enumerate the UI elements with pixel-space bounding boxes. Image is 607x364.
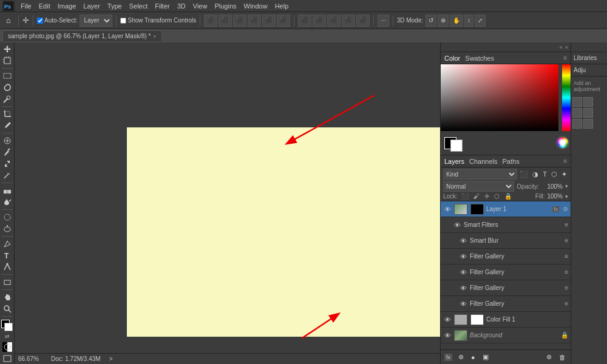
layer-item-filter-gallery-4[interactable]: 👁 Filter Gallery ≡ bbox=[441, 296, 571, 312]
dist2-btn[interactable]: ⬛ bbox=[313, 15, 326, 27]
artboard-tool-btn[interactable] bbox=[1, 55, 13, 66]
home-btn[interactable]: ⌂ bbox=[2, 15, 15, 27]
filter-adjustment-btn[interactable]: ◑ bbox=[531, 170, 540, 178]
filter-gallery4-settings-btn[interactable]: ≡ bbox=[565, 300, 568, 307]
paint-bucket-btn[interactable] bbox=[1, 197, 13, 207]
menu-type[interactable]: Type bbox=[104, 2, 126, 10]
shape-tool-btn[interactable] bbox=[1, 277, 13, 288]
adj-levels-btn[interactable] bbox=[572, 119, 582, 129]
layer1-visibility-btn[interactable]: 👁 bbox=[443, 205, 452, 214]
opacity-arrow[interactable]: ▾ bbox=[565, 183, 568, 189]
show-transform-input[interactable] bbox=[120, 18, 126, 24]
kind-dropdown[interactable]: Kind bbox=[443, 169, 517, 180]
crop-tool-btn[interactable] bbox=[1, 109, 13, 120]
3d-scale-btn[interactable]: ⤢ bbox=[475, 15, 486, 27]
dist3-btn[interactable]: ⬛ bbox=[327, 15, 341, 27]
channels-tab[interactable]: Channels bbox=[469, 158, 497, 165]
layer-item-filter-gallery-1[interactable]: 👁 Filter Gallery ≡ bbox=[441, 249, 571, 265]
adj-color-balance-btn[interactable] bbox=[583, 108, 593, 118]
menu-help[interactable]: Help bbox=[271, 2, 293, 10]
lock-position-btn[interactable]: ✛ bbox=[483, 193, 490, 200]
background-visibility-btn[interactable]: 👁 bbox=[443, 331, 452, 340]
history-brush-btn[interactable] bbox=[1, 170, 13, 181]
layer-item-layer1[interactable]: 👁 Layer 1 fx ⚙ bbox=[441, 201, 571, 217]
smart-blur-visibility-btn[interactable]: 👁 bbox=[459, 237, 467, 245]
filter-pixel-btn[interactable]: ⬛ bbox=[518, 170, 529, 178]
collapse-right-btn[interactable]: × bbox=[565, 44, 568, 50]
add-layer-mask-btn[interactable]: ● bbox=[470, 354, 476, 361]
auto-select-dropdown[interactable]: Layer Group bbox=[80, 15, 112, 27]
menu-select[interactable]: Select bbox=[126, 2, 152, 10]
menu-layer[interactable]: Layer bbox=[80, 2, 104, 10]
auto-select-checkbox[interactable]: Auto-Select: bbox=[37, 17, 77, 24]
filter-gallery2-settings-btn[interactable]: ≡ bbox=[565, 269, 568, 275]
brush-tool-btn[interactable] bbox=[1, 147, 13, 158]
filter-gallery2-visibility-btn[interactable]: 👁 bbox=[459, 268, 467, 277]
swatches-tab[interactable]: Swatches bbox=[465, 55, 494, 62]
paths-tab[interactable]: Paths bbox=[503, 158, 520, 165]
filter-gallery4-visibility-btn[interactable]: 👁 bbox=[459, 300, 467, 308]
align-bottom-btn[interactable]: ⬛ bbox=[277, 15, 290, 27]
adj-curves-btn[interactable] bbox=[583, 97, 593, 107]
create-group-btn[interactable]: ▣ bbox=[481, 353, 490, 361]
color-fill-visibility-btn[interactable]: 👁 bbox=[443, 315, 452, 324]
adj-hue-sat-btn[interactable] bbox=[572, 108, 582, 118]
clone-stamp-btn[interactable] bbox=[1, 158, 13, 169]
screen-mode-btn[interactable] bbox=[1, 353, 13, 364]
libraries-tab-btn[interactable]: Libraries bbox=[571, 52, 607, 64]
align-middle-btn[interactable]: ⬛ bbox=[262, 15, 276, 27]
smart-blur-settings-btn[interactable]: ≡ bbox=[565, 237, 568, 244]
color-panel-menu-btn[interactable]: ≡ bbox=[563, 55, 567, 61]
menu-file[interactable]: File bbox=[17, 2, 35, 10]
foreground-color-swatch[interactable] bbox=[1, 320, 13, 331]
color-tab[interactable]: Color bbox=[444, 55, 460, 62]
lasso-tool-btn[interactable] bbox=[1, 82, 13, 93]
hue-circle[interactable] bbox=[556, 136, 569, 149]
hue-slider[interactable] bbox=[562, 64, 571, 131]
path-select-btn[interactable] bbox=[1, 261, 13, 272]
pen-tool-btn[interactable] bbox=[1, 238, 13, 249]
layer-fx-footer-btn[interactable]: fx bbox=[444, 354, 452, 361]
zoom-tool-btn[interactable] bbox=[1, 303, 13, 314]
layers-tab[interactable]: Layers bbox=[444, 158, 464, 165]
swap-colors-icon[interactable]: ⇄ bbox=[5, 333, 10, 339]
align-top-btn[interactable]: ⬛ bbox=[248, 15, 261, 27]
type-tool-btn[interactable]: T bbox=[1, 250, 13, 261]
align-right-btn[interactable]: ⬛ bbox=[233, 15, 246, 27]
filter-gallery1-settings-btn[interactable]: ≡ bbox=[565, 253, 568, 260]
marquee-tool-btn[interactable] bbox=[1, 70, 13, 81]
add-adjustment-layer-btn[interactable]: ⊕ bbox=[457, 353, 465, 361]
tab-close-btn[interactable]: × bbox=[153, 33, 156, 39]
blend-mode-dropdown[interactable]: Normal bbox=[443, 181, 514, 192]
align-center-btn[interactable]: ⬛ bbox=[219, 15, 232, 27]
adj-brightness-btn[interactable] bbox=[572, 97, 582, 107]
status-arrow-btn[interactable]: > bbox=[109, 356, 113, 362]
smart-filters-visibility-btn[interactable]: 👁 bbox=[453, 221, 461, 229]
adjust-tab-btn[interactable]: Adju bbox=[571, 64, 607, 76]
filter-gallery3-visibility-btn[interactable]: 👁 bbox=[459, 284, 467, 292]
menu-3d[interactable]: 3D bbox=[174, 2, 189, 10]
layer-item-filter-gallery-3[interactable]: 👁 Filter Gallery ≡ bbox=[441, 280, 571, 296]
menu-window[interactable]: Window bbox=[240, 2, 271, 10]
filter-gallery3-settings-btn[interactable]: ≡ bbox=[565, 285, 568, 291]
menu-image[interactable]: Image bbox=[54, 2, 80, 10]
layer-item-color-fill[interactable]: 👁 Color Fill 1 bbox=[441, 312, 571, 328]
more-options-btn[interactable]: ··· bbox=[378, 15, 388, 27]
layer-item-smart-blur[interactable]: 👁 Smart Blur ≡ bbox=[441, 233, 571, 249]
menu-filter[interactable]: Filter bbox=[151, 2, 173, 10]
menu-view[interactable]: View bbox=[189, 2, 211, 10]
eraser-tool-btn[interactable] bbox=[1, 185, 13, 196]
dist4-btn[interactable]: ⬛ bbox=[342, 15, 355, 27]
menu-plugins[interactable]: Plugins bbox=[211, 2, 240, 10]
layer1-settings-btn[interactable]: ⚙ bbox=[563, 206, 568, 212]
3d-slide-btn[interactable]: ↕ bbox=[464, 15, 473, 27]
menu-edit[interactable]: Edit bbox=[35, 2, 54, 10]
layers-panel-menu-btn[interactable]: ≡ bbox=[563, 158, 567, 164]
move-tool-btn[interactable] bbox=[1, 44, 13, 55]
magic-wand-btn[interactable] bbox=[1, 93, 13, 104]
layer-item-filter-gallery-2[interactable]: 👁 Filter Gallery ≡ bbox=[441, 265, 571, 280]
3d-roll-btn[interactable]: ⊕ bbox=[438, 15, 449, 27]
filter-gallery1-visibility-btn[interactable]: 👁 bbox=[459, 252, 467, 261]
collapse-left-btn[interactable]: « bbox=[560, 44, 563, 50]
filter-type-btn[interactable]: T bbox=[541, 170, 548, 178]
